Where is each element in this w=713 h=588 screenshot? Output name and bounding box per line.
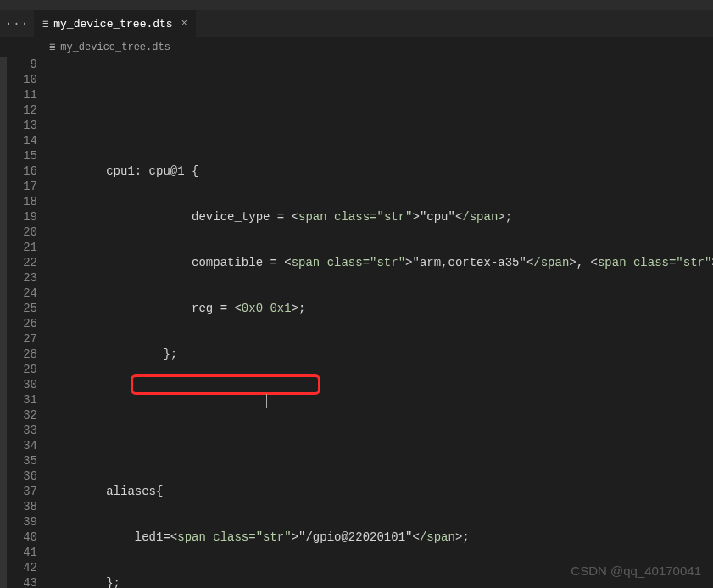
line-number: 23 xyxy=(7,270,37,286)
line-number: 30 xyxy=(7,377,37,392)
editor[interactable]: 9101112131415161718192021222324252627282… xyxy=(7,57,713,588)
line-number: 39 xyxy=(7,514,37,530)
line-gutter: 9101112131415161718192021222324252627282… xyxy=(7,57,49,588)
line-number: 27 xyxy=(7,331,37,347)
code-line xyxy=(49,438,713,453)
line-number: 12 xyxy=(7,103,37,118)
tab-filename: my_device_tree.dts xyxy=(53,18,172,31)
code-line: reg = <0x0 0x1>; xyxy=(49,301,713,316)
code-line: compatible = <span class="str">"arm,cort… xyxy=(49,255,713,270)
activity-bar[interactable] xyxy=(0,57,7,588)
more-icon[interactable]: ··· xyxy=(0,17,34,31)
line-number: 32 xyxy=(7,408,37,423)
line-number: 31 xyxy=(7,392,37,408)
editor-tab[interactable]: ≣ my_device_tree.dts × xyxy=(34,10,196,37)
line-number: 10 xyxy=(7,72,37,87)
file-icon: ≣ xyxy=(49,41,55,53)
line-number: 20 xyxy=(7,225,37,240)
line-number: 21 xyxy=(7,240,37,255)
line-number: 34 xyxy=(7,438,37,453)
line-number: 38 xyxy=(7,499,37,514)
code-line: cpu1: cpu@1 { xyxy=(49,164,713,179)
line-number: 36 xyxy=(7,469,37,484)
line-number: 35 xyxy=(7,453,37,469)
line-number: 33 xyxy=(7,423,37,438)
close-icon[interactable]: × xyxy=(181,18,187,30)
breadcrumb[interactable]: ≣ my_device_tree.dts xyxy=(0,37,713,57)
code-line: device_type = <span class="str">"cpu"</s… xyxy=(49,209,713,225)
line-number: 26 xyxy=(7,316,37,331)
line-number: 19 xyxy=(7,209,37,225)
line-number: 25 xyxy=(7,301,37,316)
code-line xyxy=(49,118,713,133)
line-number: 11 xyxy=(7,87,37,103)
line-number: 17 xyxy=(7,179,37,194)
text-cursor xyxy=(266,394,267,408)
line-number: 16 xyxy=(7,164,37,179)
file-icon: ≣ xyxy=(42,18,48,31)
line-number: 42 xyxy=(7,560,37,575)
line-number: 29 xyxy=(7,362,37,377)
line-number: 43 xyxy=(7,575,37,588)
line-number: 18 xyxy=(7,194,37,209)
line-number: 40 xyxy=(7,530,37,545)
line-number: 22 xyxy=(7,255,37,270)
line-number: 13 xyxy=(7,118,37,133)
window-titlebar xyxy=(0,0,713,10)
line-number: 9 xyxy=(7,57,37,72)
line-number: 24 xyxy=(7,286,37,301)
line-number: 15 xyxy=(7,148,37,164)
line-number: 28 xyxy=(7,347,37,362)
code-line: led1=<span class="str">"/gpio@22020101"<… xyxy=(49,530,713,545)
code-area[interactable]: cpu1: cpu@1 { device_type = <span class=… xyxy=(49,57,713,588)
line-number: 37 xyxy=(7,484,37,499)
line-number: 14 xyxy=(7,133,37,148)
code-line: aliases{ xyxy=(49,484,713,499)
line-number: 41 xyxy=(7,545,37,560)
main-row: 9101112131415161718192021222324252627282… xyxy=(0,57,713,588)
code-line xyxy=(49,392,713,408)
watermark: CSDN @qq_40170041 xyxy=(571,563,701,578)
code-line: }; xyxy=(49,347,713,362)
tab-bar: ··· ≣ my_device_tree.dts × xyxy=(0,10,713,37)
breadcrumb-filename: my_device_tree.dts xyxy=(60,42,170,53)
